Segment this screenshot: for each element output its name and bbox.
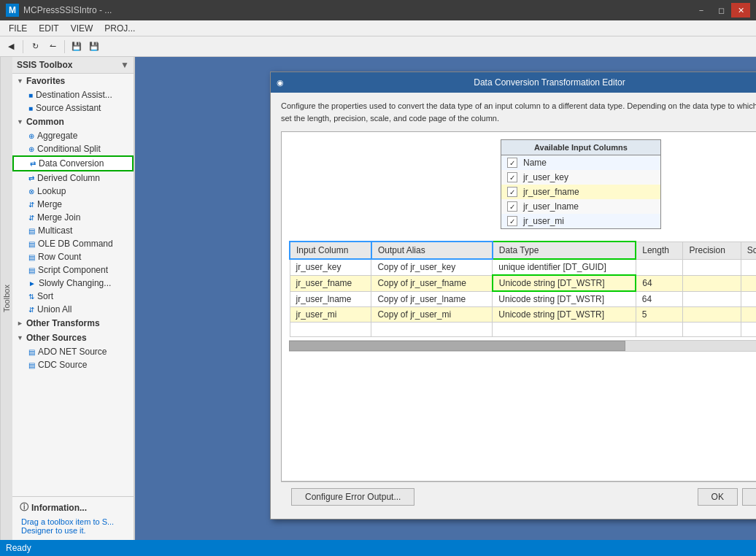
td-precision-4[interactable] (683, 307, 741, 323)
toolbox-item-destination-assist[interactable]: ■ Destination Assist... (12, 88, 134, 101)
td-length-3[interactable]: 64 (636, 291, 683, 307)
toolbox-item-merge[interactable]: ⇵ Merge (12, 198, 134, 211)
toolbox-item-multicast[interactable]: ▤ Multicast (12, 224, 134, 237)
checkbox-jr-user-fname[interactable]: ✓ (507, 187, 517, 197)
ado-net-source-label: ADO NET Source (38, 347, 107, 357)
restore-button[interactable]: ◻ (711, 3, 730, 18)
td-output-1[interactable]: Copy of jr_user_key (371, 259, 493, 275)
checkbox-jr-user-key[interactable]: ✓ (507, 172, 517, 182)
union-all-label: Union All (37, 304, 72, 314)
toolbox-item-source-assistant[interactable]: ■ Source Assistant (12, 101, 134, 115)
toolbox-item-data-conversion[interactable]: ⇄ Data Conversion (12, 155, 134, 171)
th-data-type: Data Type (493, 242, 636, 259)
toolbox-item-cdc-source[interactable]: ▤ CDC Source (12, 358, 134, 371)
td-output-3[interactable]: Copy of jr_user_lname (371, 291, 493, 307)
td-precision-2[interactable] (683, 275, 741, 291)
th-input-column: Input Column (290, 242, 371, 259)
toolbox-item-union-all[interactable]: ⇵ Union All (12, 303, 134, 316)
scrollbar-track (289, 341, 756, 351)
merge-label: Merge (37, 199, 62, 209)
td-empty-length (636, 323, 683, 337)
toolbox-body: ▼ Favorites ■ Destination Assist... ■ So… (12, 74, 134, 496)
toolbox-item-ado-net-source[interactable]: ▤ ADO NET Source (12, 345, 134, 358)
section-favorites[interactable]: ▼ Favorites (12, 74, 134, 88)
td-scale-2[interactable] (741, 275, 756, 291)
toolbox-item-aggregate[interactable]: ⊕ Aggregate (12, 129, 134, 142)
toolbox-item-merge-join[interactable]: ⇵ Merge Join (12, 211, 134, 224)
toolbox-item-conditional-split[interactable]: ⊕ Conditional Split (12, 142, 134, 155)
toolbar-save[interactable]: 💾 (69, 39, 85, 55)
td-input-4[interactable]: jr_user_mi (290, 307, 371, 323)
conditional-split-icon: ⊕ (28, 145, 34, 153)
dialog-body: Configure the properties used to convert… (271, 93, 756, 519)
configure-error-output-button[interactable]: Configure Error Output... (291, 488, 414, 506)
toolbox-item-slowly-changing[interactable]: ► Slowly Changing... (12, 277, 134, 290)
td-scale-4[interactable] (741, 307, 756, 323)
toolbar-save-all[interactable]: 💾 (86, 39, 102, 55)
td-empty-precision (683, 323, 741, 337)
td-precision-1[interactable] (683, 259, 741, 275)
td-length-2[interactable]: 64 (636, 275, 683, 291)
td-datatype-4[interactable]: Unicode string [DT_WSTR] (493, 307, 636, 323)
ok-button[interactable]: OK (698, 488, 738, 506)
menu-edit[interactable]: EDIT (33, 22, 64, 35)
td-precision-3[interactable] (683, 291, 741, 307)
checkbox-name[interactable]: ✓ (507, 158, 517, 168)
ide-titlebar: M MCPressSSISIntro - ... − ◻ ✕ (0, 0, 756, 20)
toolbar-back[interactable]: ◀ (3, 39, 19, 55)
column-row-jr-user-key: ✓ jr_user_key (501, 170, 660, 185)
toolbar: ◀ ↻ ↼ 💾 💾 (0, 36, 756, 57)
toolbox-item-lookup[interactable]: ⊗ Lookup (12, 185, 134, 198)
toolbox-info-header[interactable]: ⓘ Information... (17, 500, 129, 515)
cancel-button[interactable]: Cancel (742, 488, 756, 506)
section-other-sources[interactable]: ▼ Other Sources (12, 331, 134, 345)
td-input-1[interactable]: jr_user_key (290, 259, 371, 275)
section-common[interactable]: ▼ Common (12, 115, 134, 129)
column-row-jr-user-mi: ✓ jr_user_mi (501, 214, 660, 228)
close-ide-button[interactable]: ✕ (731, 3, 750, 18)
minimize-button[interactable]: − (692, 3, 711, 18)
checkbox-jr-user-mi[interactable]: ✓ (507, 216, 517, 226)
menu-view[interactable]: VIEW (65, 22, 99, 35)
data-conversion-icon: ⇄ (30, 160, 36, 168)
common-label: Common (26, 117, 64, 127)
status-bar: Ready (0, 540, 756, 556)
toolbox-item-ole-db-command[interactable]: ▤ OLE DB Command (12, 237, 134, 250)
toolbar-redo[interactable]: ↼ (45, 39, 61, 55)
ado-net-source-icon: ▤ (28, 348, 35, 356)
toolbox-item-row-count[interactable]: ▤ Row Count (12, 250, 134, 263)
toolbox-header: SSIS Toolbox ▼ (12, 57, 134, 74)
scrollbar-thumb[interactable] (289, 341, 625, 351)
td-length-4[interactable]: 5 (636, 307, 683, 323)
menu-file[interactable]: FILE (3, 22, 33, 35)
td-input-3[interactable]: jr_user_lname (290, 291, 371, 307)
td-output-2[interactable]: Copy of jr_user_fname (371, 275, 493, 291)
toolbox-info-text: Drag a toolbox item to S... Designer to … (17, 515, 129, 537)
toolbar-undo[interactable]: ↻ (27, 39, 43, 55)
toolbox-item-script-component[interactable]: ▤ Script Component (12, 263, 134, 277)
td-scale-1[interactable] (741, 259, 756, 275)
section-other-transforms[interactable]: ► Other Transforms (12, 316, 134, 331)
info-circle-icon: ⓘ (20, 501, 28, 514)
td-datatype-3[interactable]: Unicode string [DT_WSTR] (493, 291, 636, 307)
cdc-source-icon: ▤ (28, 361, 35, 369)
source-assistant-label: Source Assistant (36, 103, 101, 113)
toolbox-item-sort[interactable]: ⇅ Sort (12, 290, 134, 303)
sort-label: Sort (37, 291, 53, 301)
td-length-1[interactable] (636, 259, 683, 275)
dialog-content: Available Input Columns ✓ Name ✓ jr_user… (281, 131, 756, 482)
td-datatype-1[interactable]: unique identifier [DT_GUID] (493, 259, 636, 275)
checkbox-jr-user-lname[interactable]: ✓ (507, 201, 517, 212)
td-output-4[interactable]: Copy of jr_user_mi (371, 307, 493, 323)
toolbox-options-icon[interactable]: ▼ (120, 60, 129, 70)
td-scale-3[interactable] (741, 291, 756, 307)
toolbar-sep-2 (64, 40, 65, 53)
horizontal-scrollbar[interactable] (289, 340, 756, 352)
td-input-2[interactable]: jr_user_fname (290, 275, 371, 291)
available-columns-title: Available Input Columns (501, 140, 660, 155)
dialog-overlay: ◉ Data Conversion Transformation Editor … (135, 57, 756, 540)
toolbox-item-derived-column[interactable]: ⇄ Derived Column (12, 171, 134, 185)
td-datatype-2[interactable]: Unicode string [DT_WSTR] (493, 275, 636, 291)
th-scale: Scale (741, 242, 756, 259)
menu-proj[interactable]: PROJ... (99, 22, 141, 35)
